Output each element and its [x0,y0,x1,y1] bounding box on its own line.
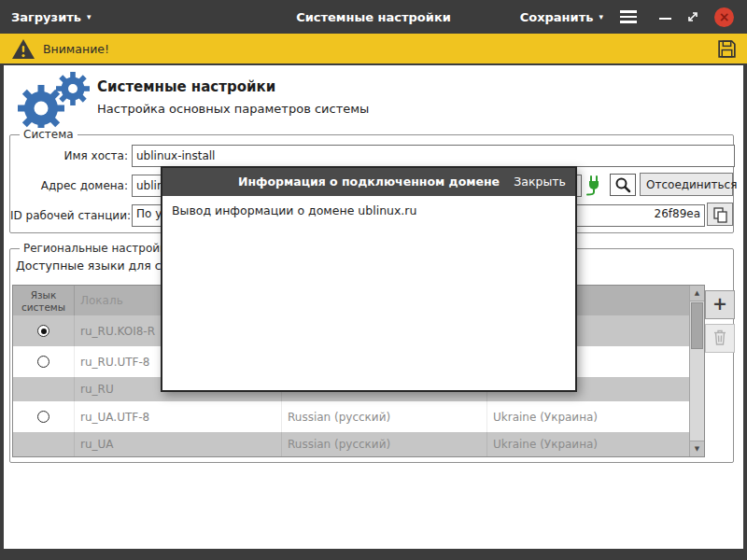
trash-icon [712,329,727,349]
titlebar-actions: Сохранить ▾ × [520,7,734,27]
country-cell: Ukraine (Украина) [487,432,689,456]
quick-save-icon[interactable] [716,38,738,60]
locale-cell: ru_UA.UTF-8 [75,401,282,432]
resize-icon[interactable] [686,10,699,23]
locale-radio[interactable] [37,325,49,337]
disconnect-button[interactable]: Отсоединиться [640,173,733,196]
page-subtitle: Настройка основных параметров системы [97,102,369,116]
close-icon[interactable]: × [714,7,734,27]
hostname-input[interactable] [132,145,735,167]
load-button[interactable]: Загрузить ▾ [11,10,92,24]
languages-caption: Доступные языки для сист [16,259,182,273]
domain-info-dialog: Информация о подключенном домене Закрыть… [161,166,577,392]
station-id-value-end: 26f89ea [655,207,701,220]
regional-group-legend: Региональные настройки [20,242,177,255]
locale-radio[interactable] [37,411,49,423]
save-button-label: Сохранить [520,10,594,24]
dialog-titlebar: Информация о подключенном домене Закрыть [162,168,575,196]
scroll-up-icon[interactable]: ▲ [690,286,704,301]
menu-icon[interactable] [618,8,639,25]
domain-label: Адрес домена: [10,179,128,192]
dialog-body-text: Вывод информации о домене ublinux.ru [162,196,575,390]
delete-locale-button[interactable] [705,324,735,353]
load-button-label: Загрузить [11,10,81,24]
minimize-icon[interactable] [659,18,671,21]
plug-icon[interactable] [582,174,606,196]
page-title: Системные настройки [97,78,275,95]
locale-radio[interactable] [37,356,49,368]
scroll-down-icon[interactable]: ▼ [690,441,704,456]
warning-bar: Внимание! [0,34,747,65]
country-cell: Ukraine (Украина) [487,401,689,432]
table-scrollbar: ▲ ▼ [689,286,704,456]
caret-down-icon: ▾ [599,13,603,21]
locale-cell: ru_UA [75,432,282,456]
save-button[interactable]: Сохранить ▾ [520,10,603,24]
hostname-label: Имя хоста: [10,149,128,162]
add-locale-button[interactable]: + [705,290,735,319]
search-icon[interactable] [610,174,636,196]
language-cell: Russian (русский) [282,401,487,432]
locale-row[interactable]: ru_UA Russian (русский) Ukraine (Украина… [13,432,704,456]
scrollbar-thumb[interactable] [691,302,703,349]
system-group-legend: Система [20,128,78,141]
window-titlebar: Загрузить ▾ Системные настройки Сохранит… [0,0,747,34]
station-id-label: ID рабочей станции: [10,209,128,222]
language-cell: Russian (русский) [282,432,487,456]
caret-down-icon: ▾ [87,13,92,21]
warning-icon [11,38,35,60]
gears-icon [11,71,97,136]
locale-row[interactable]: ru_UA.UTF-8 Russian (русский) Ukraine (У… [13,401,704,432]
header-system-language: Язык системы [13,286,75,315]
copy-icon[interactable] [707,203,733,226]
dialog-close-button[interactable]: Закрыть [514,168,566,196]
warning-text: Внимание! [43,42,109,56]
